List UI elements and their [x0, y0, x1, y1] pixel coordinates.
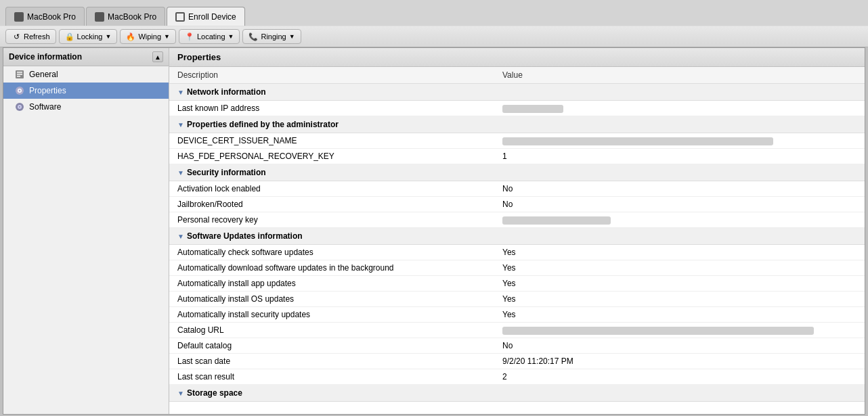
section-toggle-storage[interactable]: ▼: [177, 390, 184, 397]
sidebar: Device information ▲ General Properties …: [3, 48, 169, 414]
row-description: DEVICE_CERT_ISSUER_NAME: [169, 133, 494, 149]
section-title-network: ▼Network information: [169, 84, 865, 101]
wiping-label: Wiping: [138, 32, 161, 41]
svg-rect-1: [17, 72, 22, 73]
locate-icon: 📍: [185, 32, 194, 41]
content-title: Properties: [169, 48, 865, 67]
row-description: Automatically install security updates: [169, 307, 494, 323]
tab-macbook-pro-2[interactable]: MacBook Pro: [86, 7, 165, 26]
svg-rect-3: [17, 76, 20, 77]
row-description: Last known IP address: [169, 101, 494, 116]
row-value: XXXXXX: [494, 212, 865, 228]
sidebar-item-properties[interactable]: Properties: [3, 83, 169, 99]
col-description: Description: [169, 67, 494, 84]
table-row: Automatically install app updatesYes: [169, 276, 865, 292]
wipe-icon: 🔥: [126, 32, 135, 41]
sidebar-item-general[interactable]: General: [3, 66, 169, 83]
section-toggle-network[interactable]: ▼: [177, 89, 184, 96]
col-value: Value: [494, 67, 865, 84]
table-row: HAS_FDE_PERSONAL_RECOVERY_KEY1: [169, 149, 865, 164]
section-toggle-software-updates[interactable]: ▼: [177, 233, 184, 240]
content-panel[interactable]: Properties Description Value ▼Network in…: [169, 48, 865, 414]
enroll-icon: [175, 12, 185, 22]
table-row: Last scan result2: [169, 369, 865, 385]
row-description: Automatically check software updates: [169, 245, 494, 260]
svg-point-9: [19, 106, 20, 108]
section-title-admin-props: ▼Properties defined by the administrator: [169, 116, 865, 133]
refresh-icon: ↺: [12, 32, 21, 41]
table-row: DEVICE_CERT_ISSUER_NAMEXXXXXX: [169, 133, 865, 149]
table-row: Last known IP addressXXXXXX: [169, 101, 865, 116]
table-row: Jailbroken/RootedNo: [169, 197, 865, 212]
tab-enroll-device[interactable]: Enroll Device: [167, 7, 245, 26]
svg-point-6: [19, 90, 21, 92]
software-icon: [14, 101, 25, 112]
ringing-button[interactable]: 📞 Ringing ▼: [242, 29, 301, 44]
sidebar-item-general-label: General: [29, 70, 58, 79]
row-value: XXXXXX: [494, 323, 865, 338]
main-area: Device information ▲ General Properties …: [3, 47, 865, 415]
wiping-button[interactable]: 🔥 Wiping ▼: [120, 29, 176, 44]
locking-label: Locking: [77, 32, 103, 41]
toolbar: ↺ Refresh 🔒 Locking ▼ 🔥 Wiping ▼ 📍 Locat…: [0, 26, 868, 47]
section-header-network: ▼Network information: [169, 84, 865, 101]
row-description: HAS_FDE_PERSONAL_RECOVERY_KEY: [169, 149, 494, 164]
ringing-label: Ringing: [261, 32, 286, 41]
row-description: Activation lock enabled: [169, 181, 494, 197]
row-value: Yes: [494, 276, 865, 292]
sidebar-collapse-button[interactable]: ▲: [152, 51, 163, 62]
locating-button[interactable]: 📍 Locating ▼: [179, 29, 240, 44]
refresh-button[interactable]: ↺ Refresh: [5, 29, 56, 44]
row-value: XXXXXX: [494, 101, 865, 116]
row-value: No: [494, 197, 865, 212]
laptop-icon-2: [95, 12, 104, 22]
properties-icon: [14, 85, 25, 96]
row-description: Default catalog: [169, 338, 494, 354]
row-description: Automatically install app updates: [169, 276, 494, 292]
properties-table: Description Value ▼Network informationLa…: [169, 67, 865, 402]
row-value: Yes: [494, 245, 865, 260]
ring-icon: 📞: [248, 32, 258, 41]
sidebar-item-software[interactable]: Software: [3, 99, 169, 115]
section-header-software-updates: ▼Software Updates information: [169, 228, 865, 245]
row-value: 1: [494, 149, 865, 164]
refresh-label: Refresh: [24, 32, 50, 41]
section-title-security: ▼Security information: [169, 164, 865, 181]
table-row: Last scan date9/2/20 11:20:17 PM: [169, 354, 865, 369]
wiping-dropdown-icon: ▼: [164, 33, 170, 40]
table-row: Automatically install OS updatesYes: [169, 292, 865, 307]
section-toggle-admin-props[interactable]: ▼: [177, 121, 184, 129]
section-title-storage: ▼Storage space: [169, 385, 865, 402]
row-value: XXXXXX: [494, 133, 865, 149]
tab-bar: MacBook Pro MacBook Pro Enroll Device: [0, 0, 868, 26]
tab-macbook-pro-1[interactable]: MacBook Pro: [5, 7, 85, 26]
row-value: 9/2/20 11:20:17 PM: [494, 354, 865, 369]
section-header-storage: ▼Storage space: [169, 385, 865, 402]
locating-dropdown-icon: ▼: [228, 33, 234, 40]
svg-rect-2: [17, 74, 22, 75]
locking-button[interactable]: 🔒 Locking ▼: [59, 29, 118, 44]
table-row: Automatically download software updates …: [169, 260, 865, 276]
row-description: Last scan date: [169, 354, 494, 369]
ringing-dropdown-icon: ▼: [289, 33, 295, 40]
table-row: Activation lock enabledNo: [169, 181, 865, 197]
row-value: 2: [494, 369, 865, 385]
row-description: Catalog URL: [169, 323, 494, 338]
row-description: Personal recovery key: [169, 212, 494, 228]
row-value: Yes: [494, 307, 865, 323]
sidebar-item-software-label: Software: [29, 102, 61, 112]
locating-label: Locating: [197, 32, 225, 41]
section-toggle-security[interactable]: ▼: [177, 169, 184, 177]
section-title-software-updates: ▼Software Updates information: [169, 228, 865, 245]
section-header-admin-props: ▼Properties defined by the administrator: [169, 116, 865, 133]
sidebar-header: Device information ▲: [3, 48, 169, 66]
section-header-security: ▼Security information: [169, 164, 865, 181]
general-icon: [14, 69, 25, 80]
tab-label-2: MacBook Pro: [108, 12, 156, 22]
row-value: Yes: [494, 292, 865, 307]
sidebar-title: Device information: [9, 52, 82, 62]
table-row: Automatically check software updatesYes: [169, 245, 865, 260]
table-row: Catalog URLXXXXXX: [169, 323, 865, 338]
locking-dropdown-icon: ▼: [105, 33, 111, 40]
row-description: Automatically download software updates …: [169, 260, 494, 276]
